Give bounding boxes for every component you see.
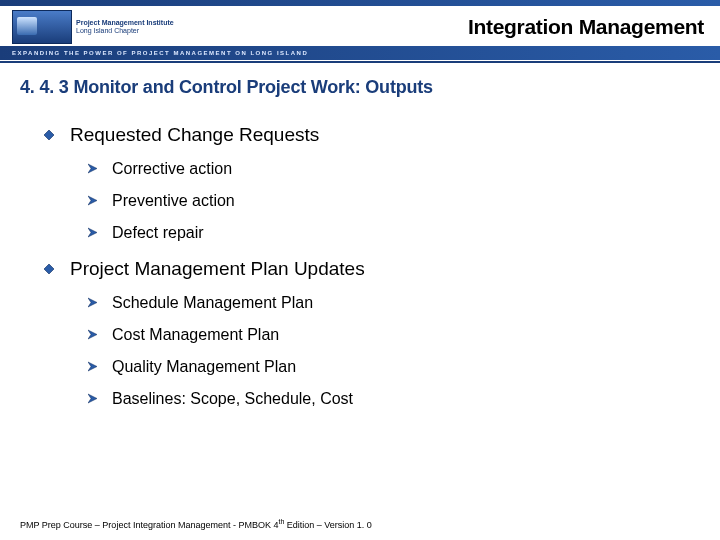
sub-item: Preventive action — [112, 192, 700, 210]
sub-text: Schedule Management Plan — [112, 294, 313, 311]
diamond-bullet-icon — [44, 130, 54, 140]
sub-text: Defect repair — [112, 224, 204, 241]
sub-item: Quality Management Plan — [112, 358, 700, 376]
sub-list: Corrective action Preventive action Defe… — [70, 160, 700, 242]
sub-item: Defect repair — [112, 224, 700, 242]
sub-text: Baselines: Scope, Schedule, Cost — [112, 390, 353, 407]
arrow-bullet-icon — [88, 227, 99, 238]
logo-block: Project Management Institute Long Island… — [12, 10, 174, 44]
header: Project Management Institute Long Island… — [0, 6, 720, 46]
sub-item: Schedule Management Plan — [112, 294, 700, 312]
svg-marker-8 — [88, 394, 97, 403]
sub-item: Cost Management Plan — [112, 326, 700, 344]
svg-marker-4 — [44, 264, 54, 274]
arrow-bullet-icon — [88, 195, 99, 206]
bullet-item: Project Management Plan Updates Schedule… — [70, 258, 700, 408]
sub-list: Schedule Management Plan Cost Management… — [70, 294, 700, 408]
svg-marker-5 — [88, 298, 97, 307]
bullet-text: Project Management Plan Updates — [70, 258, 365, 279]
sub-text: Preventive action — [112, 192, 235, 209]
svg-marker-6 — [88, 330, 97, 339]
footer: PMP Prep Course – Project Integration Ma… — [20, 518, 372, 530]
svg-marker-7 — [88, 362, 97, 371]
arrow-bullet-icon — [88, 297, 99, 308]
sub-item: Baselines: Scope, Schedule, Cost — [112, 390, 700, 408]
svg-marker-0 — [44, 130, 54, 140]
arrow-bullet-icon — [88, 329, 99, 340]
sub-text: Quality Management Plan — [112, 358, 296, 375]
org-line2: Long Island Chapter — [76, 27, 174, 35]
svg-marker-3 — [88, 228, 97, 237]
sub-text: Cost Management Plan — [112, 326, 279, 343]
arrow-bullet-icon — [88, 163, 99, 174]
logo-text: Project Management Institute Long Island… — [76, 19, 174, 36]
tagline: EXPANDING THE POWER OF PROJECT MANAGEMEN… — [0, 50, 308, 56]
diamond-bullet-icon — [44, 264, 54, 274]
pmi-logo-icon — [12, 10, 72, 44]
slide: Project Management Institute Long Island… — [0, 0, 720, 540]
arrow-bullet-icon — [88, 361, 99, 372]
footer-text-b: Edition – Version 1. 0 — [284, 520, 372, 530]
tagline-bar: EXPANDING THE POWER OF PROJECT MANAGEMEN… — [0, 46, 720, 60]
footer-text-a: PMP Prep Course – Project Integration Ma… — [20, 520, 278, 530]
arrow-bullet-icon — [88, 393, 99, 404]
org-line1: Project Management Institute — [76, 19, 174, 27]
sub-item: Corrective action — [112, 160, 700, 178]
svg-marker-2 — [88, 196, 97, 205]
slide-title: Integration Management — [468, 15, 704, 39]
section-title: 4. 4. 3 Monitor and Control Project Work… — [0, 63, 720, 104]
bullet-text: Requested Change Requests — [70, 124, 319, 145]
content: Requested Change Requests Corrective act… — [0, 104, 720, 408]
bullet-item: Requested Change Requests Corrective act… — [70, 124, 700, 242]
svg-marker-1 — [88, 164, 97, 173]
sub-text: Corrective action — [112, 160, 232, 177]
